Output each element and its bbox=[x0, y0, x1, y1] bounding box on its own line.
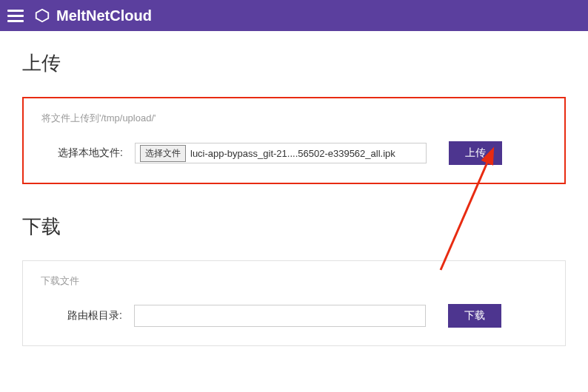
download-button[interactable]: 下载 bbox=[448, 304, 501, 328]
choose-file-button[interactable]: 选择文件 bbox=[140, 145, 186, 162]
download-form-row: 路由根目录: 下载 bbox=[41, 304, 547, 328]
root-dir-input[interactable] bbox=[134, 305, 426, 327]
app-header: MeltNetCloud bbox=[0, 0, 588, 31]
download-section-title: 下载 bbox=[22, 214, 566, 240]
svg-marker-0 bbox=[36, 10, 49, 22]
logo-icon bbox=[34, 7, 50, 24]
upload-card: 将文件上传到'/tmp/upload/' 选择本地文件: 选择文件 luci-a… bbox=[22, 97, 566, 184]
upload-row-label: 选择本地文件: bbox=[41, 146, 123, 160]
menu-icon[interactable] bbox=[7, 10, 24, 22]
upload-form-row: 选择本地文件: 选择文件 luci-app-bypass_git-21....5… bbox=[41, 141, 547, 165]
download-subtitle: 下载文件 bbox=[41, 274, 547, 288]
upload-subtitle: 将文件上传到'/tmp/upload/' bbox=[41, 112, 547, 125]
selected-file-name: luci-app-bypass_git-21....56502-e339562_… bbox=[190, 148, 426, 159]
file-input[interactable]: 选择文件 luci-app-bypass_git-21....56502-e33… bbox=[135, 143, 427, 163]
upload-section-title: 上传 bbox=[22, 50, 566, 76]
upload-button[interactable]: 上传 bbox=[449, 141, 502, 165]
download-card: 下载文件 路由根目录: 下载 bbox=[22, 260, 566, 346]
main-content: 上传 将文件上传到'/tmp/upload/' 选择本地文件: 选择文件 luc… bbox=[0, 31, 588, 346]
brand-title: MeltNetCloud bbox=[56, 7, 152, 24]
download-row-label: 路由根目录: bbox=[41, 309, 122, 322]
